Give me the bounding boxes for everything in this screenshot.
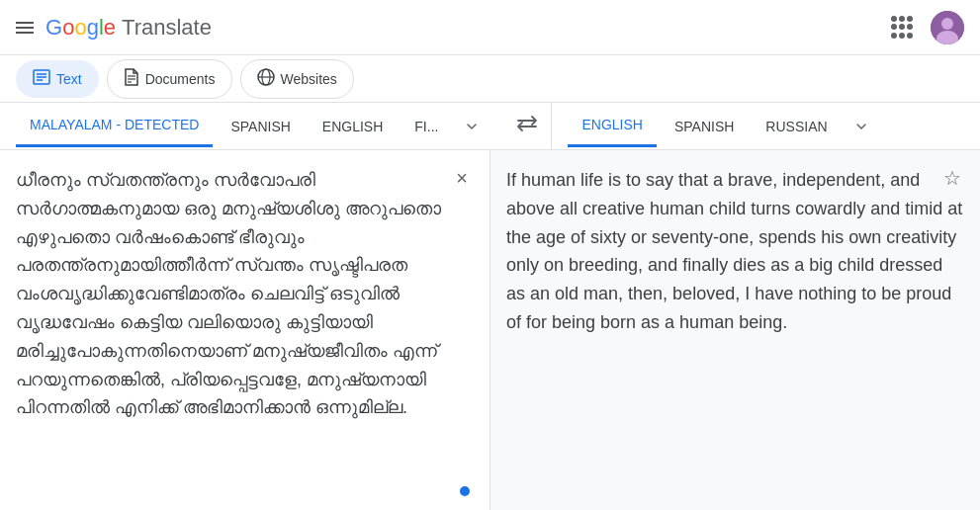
source-lang-spanish[interactable]: SPANISH (217, 107, 304, 146)
tab-text-label: Text (56, 71, 82, 87)
tab-bar: Text Documents Websites (0, 55, 980, 103)
source-lang-english[interactable]: ENGLISH (309, 107, 397, 146)
avatar[interactable] (931, 11, 964, 44)
source-lang-more-button[interactable] (456, 111, 488, 142)
translated-text: If human life is to say that a brave, in… (506, 166, 964, 337)
svg-point-1 (941, 18, 953, 30)
language-bar: MALAYALAM - DETECTED SPANISH ENGLISH FI.… (0, 103, 980, 150)
documents-tab-icon (124, 68, 139, 90)
text-tab-icon (33, 69, 50, 89)
favorite-button[interactable]: ☆ (938, 164, 966, 192)
clear-button[interactable]: × (448, 164, 476, 192)
main-content: × If human life is to say that a brave, … (0, 150, 980, 510)
swap-icon (516, 116, 538, 136)
target-lang-more-button[interactable] (846, 111, 877, 142)
source-lang-detected[interactable]: MALAYALAM - DETECTED (16, 105, 213, 147)
tab-websites-label: Websites (281, 71, 337, 87)
target-panel: If human life is to say that a brave, in… (490, 150, 980, 510)
logo-translate-text: Translate (122, 15, 212, 41)
tab-websites[interactable]: Websites (240, 59, 354, 99)
source-panel: × (0, 150, 490, 510)
apps-icon[interactable] (891, 16, 915, 40)
hamburger-button[interactable] (16, 19, 34, 37)
swap-languages-button[interactable] (503, 103, 551, 149)
mic-indicator (460, 486, 470, 496)
header: Google Translate (0, 0, 980, 55)
tab-text[interactable]: Text (16, 60, 99, 98)
source-lang-panel: MALAYALAM - DETECTED SPANISH ENGLISH FI.… (0, 103, 503, 149)
source-lang-fi[interactable]: FI... (401, 107, 452, 146)
target-lang-panel: ENGLISH SPANISH RUSSIAN (551, 103, 980, 149)
websites-tab-icon (257, 68, 275, 90)
tab-documents-label: Documents (145, 71, 216, 87)
target-lang-english[interactable]: ENGLISH (568, 105, 656, 147)
tab-documents[interactable]: Documents (107, 59, 232, 99)
logo-google-text: Google (45, 15, 116, 41)
target-lang-spanish[interactable]: SPANISH (661, 107, 748, 146)
logo: Google Translate (45, 15, 212, 41)
target-lang-russian[interactable]: RUSSIAN (752, 107, 841, 146)
source-text-input[interactable] (16, 166, 474, 494)
header-right (891, 11, 964, 44)
